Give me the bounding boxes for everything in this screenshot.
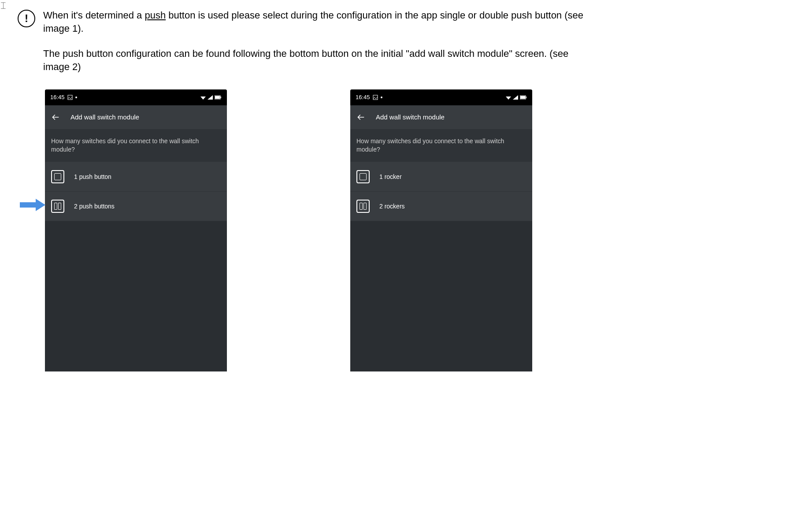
text-cursor-glyph: ⌶ [1,1,6,10]
svg-rect-6 [220,97,221,98]
battery-icon [215,95,222,100]
wifi-icon [506,95,511,100]
phone2-option-2-label: 2 rockers [379,203,405,210]
phone1-status-bar: 16:45 [45,89,227,105]
phone2-time: 16:45 [356,94,370,100]
p1-pre: When it's determined a [43,10,145,21]
phone1-status-left: 16:45 [50,94,77,100]
svg-marker-0 [20,199,45,211]
instruction-text: When it's determined a push button is us… [43,9,594,86]
double-switch-icon [51,200,64,213]
phone2-option-1-label: 1 rocker [379,173,402,180]
svg-rect-12 [526,97,527,98]
signal-icon [513,95,518,100]
instruction-paragraph-2: The push button configuration can be fou… [43,47,594,73]
phone1-title: Add wall switch module [70,113,139,121]
phone1-app-bar: Add wall switch module [45,105,227,129]
dot-icon [381,97,382,98]
instruction-block: ! When it's determined a push button is … [18,9,794,86]
svg-rect-5 [215,96,220,99]
dot-icon [75,97,77,98]
wifi-icon [200,95,206,100]
svg-marker-2 [200,97,206,100]
back-arrow-icon[interactable] [356,113,365,122]
battery-icon [520,95,527,100]
image-icon [67,95,73,100]
back-arrow-icon[interactable] [51,113,60,122]
phone-screenshot-1: 16:45 Add wall switch module How many sw… [45,89,227,371]
phone-screenshot-2: 16:45 Add wall switch module How many sw… [350,89,532,371]
phone1-option-2-label: 2 push buttons [74,203,115,210]
signal-icon [208,95,213,100]
phone2-status-left: 16:45 [356,94,382,100]
phone1-status-right [200,95,222,100]
single-switch-icon [356,170,370,183]
double-switch-icon [356,200,370,213]
phone2-title: Add wall switch module [376,113,445,121]
phone1-option-1[interactable]: 1 push button [45,162,227,192]
phone2-app-bar: Add wall switch module [350,105,532,129]
svg-marker-9 [513,95,518,100]
phone-screenshots-row: 16:45 Add wall switch module How many sw… [45,89,794,371]
alert-icon: ! [18,10,35,27]
arrow-pointer-icon [20,199,45,211]
image-icon [373,95,378,100]
phone2-status-right [506,95,527,100]
phone2-option-2[interactable]: 2 rockers [350,192,532,221]
phone1-option-1-label: 1 push button [74,173,111,180]
phone2-option-1[interactable]: 1 rocker [350,162,532,192]
svg-marker-3 [208,95,213,100]
svg-marker-8 [506,97,511,100]
p1-underlined: push [145,10,166,21]
phone2-status-bar: 16:45 [350,89,532,105]
svg-rect-11 [520,96,525,99]
phone2-question: How many switches did you connect to the… [350,129,532,162]
single-switch-icon [51,170,64,183]
phone1-question: How many switches did you connect to the… [45,129,227,162]
instruction-paragraph-1: When it's determined a push button is us… [43,9,594,35]
phone1-option-2[interactable]: 2 push buttons [45,192,227,221]
phone1-time: 16:45 [50,94,65,100]
